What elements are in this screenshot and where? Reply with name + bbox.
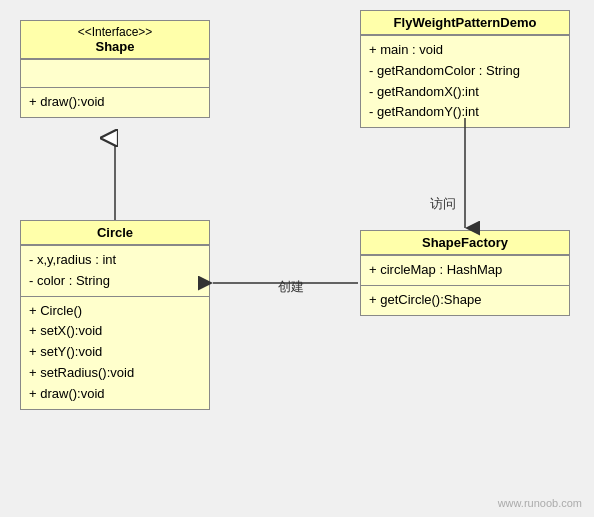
flyweight-demo-box: FlyWeightPatternDemo + main : void - get… xyxy=(360,10,570,128)
watermark: www.runoob.com xyxy=(498,497,582,509)
diagram-container: <<Interface>> Shape + draw():void Circle… xyxy=(0,0,594,517)
shape-factory-attr-0: + circleMap : HashMap xyxy=(369,260,561,281)
flyweight-method-2: - getRandomX():int xyxy=(369,82,561,103)
flyweight-method-3: - getRandomY():int xyxy=(369,102,561,123)
flyweight-method-1: - getRandomColor : String xyxy=(369,61,561,82)
flyweight-demo-methods-section: + main : void - getRandomColor : String … xyxy=(361,35,569,127)
shape-name: Shape xyxy=(95,39,134,54)
shape-method-0: + draw():void xyxy=(29,92,201,113)
shape-factory-method-0: + getCircle():Shape xyxy=(369,290,561,311)
create-label: 创建 xyxy=(278,278,304,296)
shape-factory-methods-section: + getCircle():Shape xyxy=(361,285,569,315)
visit-label: 访问 xyxy=(430,195,456,213)
circle-box: Circle - x,y,radius : int - color : Stri… xyxy=(20,220,210,410)
circle-attr-0: - x,y,radius : int xyxy=(29,250,201,271)
circle-attributes-section: - x,y,radius : int - color : String xyxy=(21,245,209,296)
shape-factory-box: ShapeFactory + circleMap : HashMap + get… xyxy=(360,230,570,316)
shape-methods-section: + draw():void xyxy=(21,87,209,117)
shape-stereotype: <<Interface>> xyxy=(29,25,201,39)
circle-method-0: + Circle() xyxy=(29,301,201,322)
shape-empty-section xyxy=(21,59,209,87)
shape-factory-attributes-section: + circleMap : HashMap xyxy=(361,255,569,285)
circle-header: Circle xyxy=(21,221,209,245)
shape-box: <<Interface>> Shape + draw():void xyxy=(20,20,210,118)
shape-factory-header: ShapeFactory xyxy=(361,231,569,255)
circle-attr-1: - color : String xyxy=(29,271,201,292)
flyweight-demo-name: FlyWeightPatternDemo xyxy=(394,15,537,30)
circle-method-4: + draw():void xyxy=(29,384,201,405)
circle-method-3: + setRadius():void xyxy=(29,363,201,384)
flyweight-method-0: + main : void xyxy=(369,40,561,61)
shape-factory-name: ShapeFactory xyxy=(422,235,508,250)
flyweight-demo-header: FlyWeightPatternDemo xyxy=(361,11,569,35)
circle-method-1: + setX():void xyxy=(29,321,201,342)
circle-name: Circle xyxy=(97,225,133,240)
circle-method-2: + setY():void xyxy=(29,342,201,363)
shape-header: <<Interface>> Shape xyxy=(21,21,209,59)
circle-methods-section: + Circle() + setX():void + setY():void +… xyxy=(21,296,209,409)
